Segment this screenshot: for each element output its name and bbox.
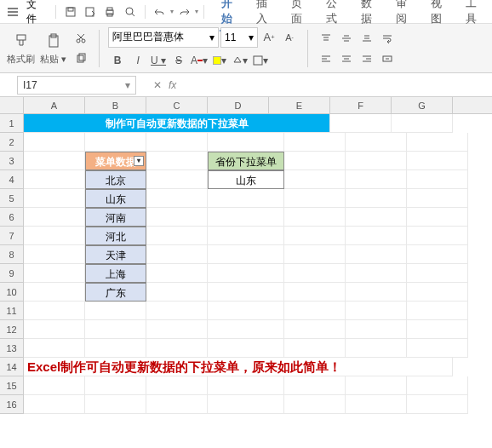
cell[interactable] (346, 189, 407, 208)
cell[interactable] (284, 152, 346, 170)
row-header[interactable]: 12 (0, 320, 24, 339)
format-painter-button[interactable]: 格式刷 (7, 31, 35, 66)
tab-view[interactable]: 视图 (429, 0, 454, 32)
cell[interactable] (407, 283, 468, 302)
cell[interactable] (284, 302, 346, 320)
cell[interactable] (24, 376, 85, 395)
cell[interactable] (146, 283, 208, 302)
cell[interactable] (407, 320, 468, 339)
font-name-select[interactable]: 阿里巴巴普惠体 ▾ (108, 27, 219, 48)
underline-icon[interactable]: U ▾ (149, 51, 168, 70)
strikethrough-icon[interactable]: S (169, 51, 188, 70)
cell[interactable] (85, 320, 146, 339)
cell[interactable] (284, 133, 346, 152)
increase-font-icon[interactable]: A+ (260, 28, 278, 47)
cell[interactable] (346, 395, 407, 414)
cell[interactable] (85, 395, 146, 414)
menu-item-cell[interactable]: 河北 (85, 227, 146, 245)
cell[interactable] (330, 114, 392, 133)
cell[interactable] (208, 264, 284, 283)
cell[interactable] (208, 302, 284, 320)
cell[interactable] (24, 245, 85, 264)
cell[interactable] (407, 245, 468, 264)
row-header[interactable]: 6 (0, 208, 24, 227)
cell[interactable] (346, 245, 407, 264)
redo-icon[interactable] (175, 3, 193, 21)
cell[interactable] (346, 208, 407, 227)
row-header[interactable]: 15 (0, 376, 24, 395)
align-center-icon[interactable] (337, 49, 356, 68)
cell[interactable] (146, 339, 208, 358)
align-left-icon[interactable] (317, 49, 335, 68)
cell[interactable] (407, 227, 468, 245)
cell[interactable] (346, 227, 407, 245)
cell[interactable] (284, 376, 346, 395)
tab-tools[interactable]: 工具 (464, 0, 489, 32)
cell[interactable] (346, 170, 407, 189)
font-size-select[interactable]: 11 ▾ (220, 27, 258, 48)
cell[interactable] (24, 302, 85, 320)
cell[interactable] (85, 339, 146, 358)
cell[interactable] (146, 133, 208, 152)
cell[interactable] (346, 320, 407, 339)
cell[interactable] (146, 264, 208, 283)
print-preview-icon[interactable] (121, 3, 139, 21)
redo-dropdown-icon[interactable]: ▾ (195, 8, 198, 15)
title-cell[interactable]: 制作可自动更新数据的下拉菜单 (24, 114, 330, 133)
undo-dropdown-icon[interactable]: ▾ (170, 8, 174, 15)
row-header[interactable]: 7 (0, 227, 24, 245)
row-header[interactable]: 13 (0, 339, 24, 358)
wrap-text-icon[interactable] (378, 29, 397, 48)
file-menu[interactable]: 文件 (26, 0, 46, 26)
col-header[interactable]: A (24, 97, 85, 113)
col-header[interactable]: G (392, 97, 453, 113)
cell[interactable] (346, 264, 407, 283)
cell[interactable] (284, 227, 346, 245)
cell[interactable] (346, 283, 407, 302)
cell[interactable] (85, 376, 146, 395)
cell[interactable] (146, 376, 208, 395)
tab-data[interactable]: 数据 (359, 0, 384, 32)
decrease-font-icon[interactable]: A- (280, 28, 299, 47)
row-header[interactable]: 16 (0, 395, 24, 414)
row-header[interactable]: 10 (0, 283, 24, 302)
cell[interactable] (24, 189, 85, 208)
row-header[interactable]: 5 (0, 189, 24, 208)
paste-button[interactable]: 粘贴 ▾ (40, 31, 66, 66)
cell[interactable] (284, 245, 346, 264)
cell[interactable] (24, 283, 85, 302)
cell[interactable] (208, 283, 284, 302)
merge-cells-icon[interactable] (378, 49, 397, 68)
undo-icon[interactable] (151, 3, 169, 21)
cell[interactable] (146, 189, 208, 208)
row-header[interactable]: 1 (0, 114, 24, 133)
print-icon[interactable] (101, 3, 119, 21)
align-right-icon[interactable] (358, 49, 376, 68)
menu-item-cell[interactable]: 山东 (85, 189, 146, 208)
cell[interactable] (407, 376, 468, 395)
cell[interactable] (284, 170, 346, 189)
cell[interactable] (407, 264, 468, 283)
cell[interactable] (346, 376, 407, 395)
cell[interactable] (146, 302, 208, 320)
cell[interactable] (146, 170, 208, 189)
cell[interactable] (407, 152, 468, 170)
col-header[interactable]: D (208, 97, 269, 113)
cell[interactable] (24, 152, 85, 170)
cell[interactable] (85, 302, 146, 320)
fx-icon[interactable]: fx (169, 79, 176, 91)
cell[interactable] (407, 395, 468, 414)
row-header[interactable]: 3 (0, 152, 24, 170)
cell[interactable] (407, 133, 468, 152)
tab-formula[interactable]: 公式 (324, 0, 349, 32)
cell[interactable] (146, 245, 208, 264)
save-icon[interactable] (61, 3, 79, 21)
cell[interactable] (208, 395, 284, 414)
cell[interactable] (284, 264, 346, 283)
cell[interactable] (407, 170, 468, 189)
menu-item-cell[interactable]: 北京 (85, 170, 146, 189)
cell[interactable] (24, 395, 85, 414)
cell[interactable] (284, 339, 346, 358)
formula-input[interactable] (183, 77, 438, 94)
cell[interactable] (24, 170, 85, 189)
